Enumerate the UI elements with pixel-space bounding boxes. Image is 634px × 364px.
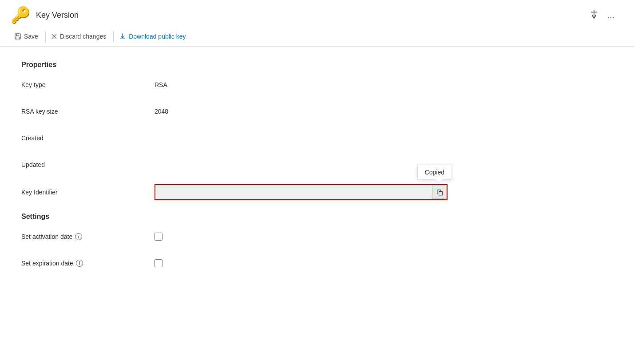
header: 🔑 Key Version ... bbox=[0, 0, 634, 28]
activation-date-text: Set activation date bbox=[21, 233, 72, 240]
copied-tooltip: Copied bbox=[417, 165, 452, 180]
rsa-key-size-label: RSA key size bbox=[21, 108, 155, 115]
toolbar: Save Discard changes Download public key bbox=[0, 28, 634, 47]
discard-label: Discard changes bbox=[60, 33, 106, 40]
expiration-date-label: Set expiration date i bbox=[21, 260, 155, 267]
key-identifier-label: Key Identifier bbox=[21, 189, 155, 196]
settings-section-title: Settings bbox=[21, 213, 613, 221]
updated-row: Updated bbox=[21, 158, 613, 172]
more-options-icon[interactable]: ... bbox=[607, 10, 614, 20]
activation-date-info-icon[interactable]: i bbox=[75, 233, 82, 240]
updated-label: Updated bbox=[21, 161, 155, 168]
key-identifier-row: Key Identifier Copied bbox=[21, 184, 613, 200]
page-title: Key Version bbox=[36, 11, 79, 20]
content: Properties Key type RSA RSA key size 204… bbox=[0, 47, 634, 297]
header-left: 🔑 Key Version bbox=[11, 7, 79, 23]
save-label: Save bbox=[24, 33, 38, 40]
expiration-date-row: Set expiration date i bbox=[21, 256, 613, 270]
key-identifier-wrapper: Copied bbox=[155, 184, 448, 200]
header-right: ... bbox=[589, 9, 614, 21]
copied-label: Copied bbox=[425, 169, 444, 176]
download-public-key-button[interactable]: Download public key bbox=[115, 31, 191, 42]
discard-button[interactable]: Discard changes bbox=[48, 31, 111, 42]
toolbar-divider-1 bbox=[45, 31, 46, 42]
settings-section: Settings Set activation date i Set expir… bbox=[21, 213, 613, 270]
activation-date-row: Set activation date i bbox=[21, 229, 613, 244]
svg-rect-2 bbox=[16, 34, 19, 36]
properties-section-title: Properties bbox=[21, 61, 613, 69]
activation-date-label: Set activation date i bbox=[21, 233, 155, 240]
copy-icon bbox=[436, 189, 443, 196]
copy-button[interactable] bbox=[432, 186, 447, 199]
created-label: Created bbox=[21, 135, 155, 142]
save-icon bbox=[14, 33, 21, 40]
svg-rect-5 bbox=[439, 191, 442, 195]
expiration-date-checkbox-wrapper bbox=[155, 259, 162, 267]
expiration-date-info-icon[interactable]: i bbox=[76, 260, 83, 267]
save-button[interactable]: Save bbox=[11, 31, 44, 42]
activation-date-checkbox[interactable] bbox=[155, 233, 162, 241]
activation-date-checkbox-wrapper bbox=[155, 233, 162, 241]
key-type-row: Key type RSA bbox=[21, 78, 613, 92]
expiration-date-text: Set expiration date bbox=[21, 260, 73, 267]
key-identifier-input[interactable] bbox=[155, 184, 448, 200]
download-icon bbox=[119, 33, 126, 40]
key-type-value: RSA bbox=[155, 81, 167, 88]
rsa-key-size-value: 2048 bbox=[155, 108, 168, 115]
key-icon: 🔑 bbox=[11, 7, 31, 23]
created-row: Created bbox=[21, 131, 613, 145]
key-type-label: Key type bbox=[21, 81, 155, 88]
discard-icon bbox=[51, 33, 57, 40]
rsa-key-size-row: RSA key size 2048 bbox=[21, 104, 613, 119]
toolbar-divider-2 bbox=[113, 31, 114, 42]
expiration-date-checkbox[interactable] bbox=[155, 259, 162, 267]
download-label: Download public key bbox=[129, 33, 186, 40]
pin-icon[interactable] bbox=[589, 9, 599, 21]
